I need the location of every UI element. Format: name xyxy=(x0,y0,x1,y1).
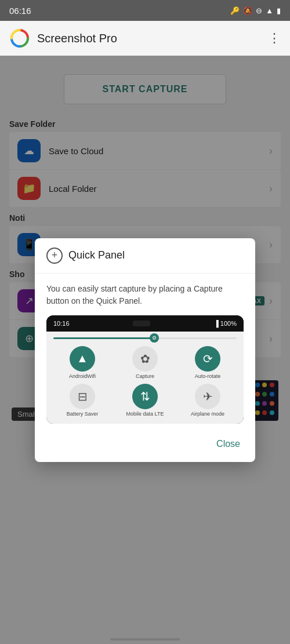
quick-tile-wifi: ▲ AndroidWifi xyxy=(53,346,111,379)
modal-overlay: + Quick Panel You can easily start captu… xyxy=(0,56,290,644)
quick-tiles: ▲ AndroidWifi ✿ Capture ⟳ Auto-rotate xyxy=(53,346,237,417)
phone-mockup: 10:16 ▐ 100% xyxy=(46,315,244,424)
wifi-tile-btn[interactable]: ▲ xyxy=(70,346,95,372)
mobiledata-tile-btn[interactable]: ⇅ xyxy=(132,384,158,409)
battery-tile-btn[interactable]: ⊟ xyxy=(70,384,95,409)
dnd-icon: ⊖ xyxy=(256,6,262,15)
status-icons: 🔑 🔕 ⊖ ▲ ▮ xyxy=(230,6,281,15)
wifi-tile-label: AndroidWifi xyxy=(69,373,96,379)
phone-screen: ▲ AndroidWifi ✿ Capture ⟳ Auto-rotate xyxy=(46,332,244,424)
modal-header: + Quick Panel xyxy=(35,238,255,274)
capture-tile-btn[interactable]: ✿ xyxy=(132,346,158,372)
status-bar: 06:16 🔑 🔕 ⊖ ▲ ▮ xyxy=(0,0,290,21)
battery-icon: ▮ xyxy=(277,6,281,15)
phone-top-bar: 10:16 ▐ 100% xyxy=(46,315,244,332)
quick-tile-capture: ✿ Capture xyxy=(116,346,174,379)
quick-tile-autorotate: ⟳ Auto-rotate xyxy=(179,346,237,379)
capture-tile-label: Capture xyxy=(136,373,154,379)
mute-icon: 🔕 xyxy=(243,6,252,15)
brightness-thumb xyxy=(150,333,159,343)
modal-header-icon: + xyxy=(46,248,63,264)
mobiledata-tile-label: Mobile data LTE xyxy=(126,411,164,417)
app-header: Screenshot Pro ⋮ xyxy=(0,21,290,56)
app-logo xyxy=(9,28,30,49)
autorotate-tile-label: Auto-rotate xyxy=(195,373,221,379)
main-content: START CAPTURE Save Folder ☁ Save to Clou… xyxy=(0,56,290,644)
close-button[interactable]: Close xyxy=(211,435,246,453)
modal-body: You can easily start capture by placing … xyxy=(35,274,255,431)
app-title: Screenshot Pro xyxy=(37,32,117,45)
quick-tile-mobiledata: ⇅ Mobile data LTE xyxy=(116,384,174,417)
wifi-icon: ▲ xyxy=(266,6,273,15)
battery-tile-label: Battery Saver xyxy=(67,411,99,417)
autorotate-tile-btn[interactable]: ⟳ xyxy=(195,346,220,372)
quick-tile-airplane: ✈ Airplane mode xyxy=(179,384,237,417)
key-icon: 🔑 xyxy=(230,6,240,15)
modal-footer: Close xyxy=(35,431,255,462)
airplane-tile-label: Airplane mode xyxy=(191,411,224,417)
phone-battery: ▐ 100% xyxy=(214,320,237,327)
quick-tile-battery: ⊟ Battery Saver xyxy=(53,384,111,417)
modal-title: Quick Panel xyxy=(68,249,125,261)
modal-description: You can easily start capture by placing … xyxy=(46,283,244,307)
brightness-track xyxy=(53,337,237,339)
airplane-tile-btn[interactable]: ✈ xyxy=(195,384,220,409)
app-header-left: Screenshot Pro xyxy=(9,28,117,49)
phone-time: 10:16 xyxy=(53,320,70,327)
more-icon[interactable]: ⋮ xyxy=(268,31,281,46)
brightness-row xyxy=(53,337,237,339)
brightness-fill xyxy=(53,337,154,339)
status-time: 06:16 xyxy=(9,6,31,16)
modal-dialog: + Quick Panel You can easily start captu… xyxy=(35,238,255,462)
